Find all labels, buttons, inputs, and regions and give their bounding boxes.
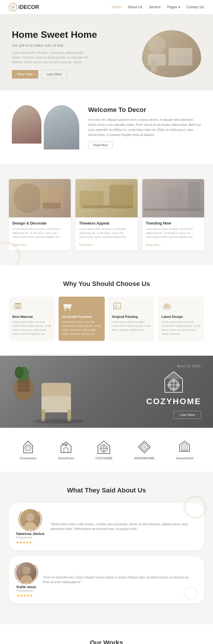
learn-more-button[interactable]: Learn More xyxy=(41,70,67,79)
why-card-desc-2: Lorem ipsum dolor sit amet, consectetur … xyxy=(62,320,101,336)
category-card-1: Design & Decorate Lorem ipsum dolor sit … xyxy=(9,179,71,251)
hero-section: Home Sweet Home Our job is to make sure … xyxy=(0,14,213,90)
nav-about[interactable]: About Us xyxy=(128,5,142,9)
why-grid: Best Material Lorem ipsum dolor sit amet… xyxy=(9,297,204,341)
partner-name-1: GreenHome xyxy=(20,457,37,460)
testimonial-stars-1: ★★★★★ xyxy=(16,540,44,544)
hero-description: Lorem ipsum dolor sit amet, consectetur … xyxy=(12,51,89,65)
category-card-3: Trending Now Lorem ipsum dolor sit amet,… xyxy=(142,179,204,251)
partner-3: COZYHOME xyxy=(95,440,112,460)
testimonial-avatar-1 xyxy=(20,509,41,530)
why-card-3: Original Painting Lorem ipsum dolor sit … xyxy=(108,297,154,341)
testimonial-card-2: Katie wuzz Programmer ★★★★★ "Proin eu im… xyxy=(9,556,204,604)
hero-image-inner xyxy=(142,30,201,77)
category-title-3: Trending Now xyxy=(146,221,201,225)
svg-rect-52 xyxy=(64,448,68,453)
cozy-home-icon xyxy=(162,370,185,394)
make-order-button[interactable]: Make Order xyxy=(12,70,38,79)
svg-rect-34 xyxy=(41,395,71,412)
category-image-1 xyxy=(9,179,71,217)
category-read-more-2[interactable]: Read More... xyxy=(79,243,94,246)
why-card-1: Best Material Lorem ipsum dolor sit amet… xyxy=(9,297,55,341)
svg-rect-26 xyxy=(164,307,170,307)
welcome-images xyxy=(12,105,79,149)
nav-home[interactable]: Home xyxy=(112,5,121,9)
welcome-description: In in odio nec. Aliquam posuere sem a ma… xyxy=(88,117,201,137)
why-card-title-3: Original Painting xyxy=(112,315,151,318)
svg-point-0 xyxy=(12,6,14,8)
painting-icon xyxy=(112,301,122,312)
testimonial-quote-2: "Proin eu imperdiet arcu. Donec feugiat … xyxy=(43,575,197,585)
svg-rect-11 xyxy=(146,185,161,209)
testimonial-name-1: Vanessa Jenice xyxy=(16,531,44,536)
partner-4: ARROWHOME xyxy=(134,440,154,460)
logo-icon xyxy=(9,3,17,11)
testimonial-author-2: Katie wuzz Programmer ★★★★★ xyxy=(16,562,37,598)
material-icon xyxy=(12,301,23,312)
hero-title: Home Sweet Home xyxy=(12,29,142,40)
hero-text: Home Sweet Home Our job is to make sure … xyxy=(12,29,142,79)
cozyhome-partner-icon xyxy=(96,440,111,454)
why-card-title-1: Best Material xyxy=(12,315,51,318)
testimonial-author-1: Vanessa Jenice Programmer ★★★★★ xyxy=(16,509,44,544)
svg-rect-13 xyxy=(188,182,200,209)
cozy-learn-more[interactable]: Learn More xyxy=(174,411,201,419)
hero-subtitle: Our job is to make sure of that xyxy=(12,43,142,48)
cozy-name: COZYHOME xyxy=(146,397,201,406)
partner-2: HomePoint xyxy=(58,440,74,460)
arrowhome-icon xyxy=(137,440,152,454)
category-card-2: Timeless Appeal Lorem ipsum dolor sit am… xyxy=(75,179,137,251)
svg-rect-15 xyxy=(14,304,22,310)
testimonial-card-1: Vanessa Jenice Programmer ★★★★★ "Morbi v… xyxy=(9,503,204,550)
why-title: Why You Should Choose Us xyxy=(9,280,204,288)
testimonial-avatar-2 xyxy=(16,562,37,583)
testimonial-info-1: Vanessa Jenice Programmer ★★★★★ xyxy=(16,531,44,544)
why-card-title-2: 1st Grade Furniture xyxy=(62,315,101,318)
why-card-desc-4: Lorem ipsum dolor sit amet, consectetur … xyxy=(162,320,201,336)
greenhome-icon xyxy=(21,440,36,454)
category-desc-2: Lorem ipsum dolor sit amet, consectetur … xyxy=(79,227,134,239)
partner-name-3: COZYHOME xyxy=(95,457,112,460)
testimonial-info-2: Katie wuzz Programmer ★★★★★ xyxy=(17,585,36,598)
svg-point-55 xyxy=(103,448,105,449)
svg-point-3 xyxy=(148,36,166,54)
svg-point-43 xyxy=(172,387,175,391)
svg-rect-18 xyxy=(64,308,66,311)
avatar-ring-1 xyxy=(18,508,42,531)
category-info-1: Design & Decorate Lorem ipsum dolor sit … xyxy=(9,217,71,251)
svg-point-42 xyxy=(172,378,175,383)
svg-rect-19 xyxy=(69,308,70,311)
works-section: Our Works xyxy=(0,624,213,644)
nav-service[interactable]: Service xyxy=(149,5,161,9)
welcome-read-more[interactable]: Read More xyxy=(88,142,113,149)
cozy-banner: Best of 2021 C xyxy=(0,356,213,428)
svg-point-33 xyxy=(15,367,24,378)
testimonials-title: What They Said About Us xyxy=(9,487,204,494)
partner-5: HomeShield xyxy=(176,440,193,460)
homeshield-icon xyxy=(177,440,192,454)
nav-contact[interactable]: Contact Us xyxy=(187,5,204,9)
partner-name-4: ARROWHOME xyxy=(134,457,154,460)
logo: iDECOR xyxy=(9,3,39,11)
logo-text: iDECOR xyxy=(18,4,39,10)
welcome-title: Welcome To Decor xyxy=(88,106,201,114)
svg-point-58 xyxy=(99,448,103,449)
furniture-icon xyxy=(62,301,73,312)
category-read-more-1[interactable]: Read More... xyxy=(12,243,28,246)
cozy-furniture-area xyxy=(0,359,83,424)
categories-section: Design & Decorate Lorem ipsum dolor sit … xyxy=(0,164,213,265)
partner-1: GreenHome xyxy=(20,440,37,460)
svg-rect-2 xyxy=(169,48,192,66)
testimonial-role-2: Programmer xyxy=(17,589,36,592)
testimonial-name-2: Katie wuzz xyxy=(17,585,36,589)
nav-pages[interactable]: Pages ▾ xyxy=(167,5,180,9)
category-title-2: Timeless Appeal xyxy=(79,221,134,225)
svg-rect-9 xyxy=(109,185,133,209)
svg-point-59 xyxy=(105,448,108,449)
category-title-1: Design & Decorate xyxy=(12,221,67,225)
svg-point-44 xyxy=(167,384,172,386)
why-card-title-4: Latest Design xyxy=(162,315,201,318)
cozy-content: Best of 2021 C xyxy=(134,356,213,428)
partner-name-5: HomeShield xyxy=(176,457,193,460)
category-read-more-3[interactable]: Read More... xyxy=(146,243,161,246)
